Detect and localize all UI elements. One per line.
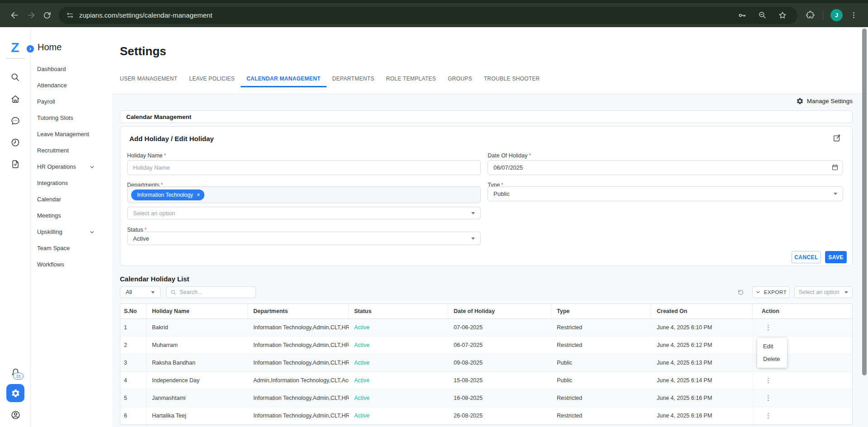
cell-type: Public xyxy=(551,372,651,389)
forward-icon[interactable] xyxy=(23,7,39,24)
edit-form-icon[interactable] xyxy=(833,134,841,142)
chevron-down-icon xyxy=(89,164,95,170)
cell-name: Hartalika Teej xyxy=(147,407,248,424)
address-bar[interactable]: zupians.com/settings/calendar-management xyxy=(59,7,797,24)
sidebar-item-label: Workflows xyxy=(37,261,64,268)
page-header: Settings USER MANAGEMENTLEAVE POLICIESCA… xyxy=(112,27,868,94)
cell-dept: Information Technology,Admin,CLT,HR Dep xyxy=(248,407,349,424)
profile-icon[interactable] xyxy=(10,410,20,420)
context-menu-item-edit[interactable]: Edit xyxy=(757,340,787,353)
sidebar-item-integrations[interactable]: Integrations xyxy=(31,175,112,191)
sidebar-item-attendance[interactable]: Attendance xyxy=(31,77,112,94)
cancel-button[interactable]: CANCEL xyxy=(792,251,821,263)
cell-status: Active xyxy=(349,407,448,424)
cell-type: Restricted xyxy=(551,389,651,407)
refresh-icon[interactable] xyxy=(737,289,745,296)
cell-sno: 5 xyxy=(120,389,147,407)
cell-action: ⋮ xyxy=(753,407,853,424)
row-actions-kebab-icon[interactable]: ⋮ xyxy=(762,412,774,420)
sidebar-item-recruitment[interactable]: Recruitment xyxy=(31,142,112,159)
sidebar-item-team-space[interactable]: Team Space xyxy=(31,240,112,256)
gear-icon xyxy=(796,97,804,105)
sidebar-item-hr-operations[interactable]: HR Operations xyxy=(31,159,112,175)
cell-status: Active xyxy=(349,372,448,389)
column-header-created-on: Created On xyxy=(651,304,753,318)
holiday-name-input[interactable] xyxy=(127,160,481,175)
sidebar-item-calendar[interactable]: Calendar xyxy=(31,191,112,208)
password-key-icon[interactable] xyxy=(735,11,750,20)
zoom-out-icon[interactable] xyxy=(755,11,770,19)
clock-icon[interactable] xyxy=(10,138,20,147)
sidebar-item-tutoring-slots[interactable]: Tutoring Slots xyxy=(31,110,112,126)
departments-adder-select[interactable]: Select an option xyxy=(127,207,481,219)
search-icon[interactable] xyxy=(10,72,20,82)
scrollbar-thumb[interactable] xyxy=(862,28,867,375)
back-icon[interactable] xyxy=(6,7,23,24)
cell-name: Independence Day xyxy=(147,372,248,389)
form-title: Add Holiday / Edit Holiday xyxy=(129,135,214,142)
row-context-menu: EditDelete xyxy=(757,338,787,368)
column-header-holiday-name: Holiday Name xyxy=(147,304,248,318)
tab-user-management[interactable]: USER MANAGEMENT xyxy=(114,71,183,87)
cell-sno: 1 xyxy=(120,319,147,336)
cell-dept: Information Technology,Admin,CLT,HR Dep xyxy=(248,389,349,407)
departments-chips-field[interactable]: Information Technology × xyxy=(127,186,481,203)
sidebar-item-dashboard[interactable]: Dashboard xyxy=(31,61,112,77)
row-actions-kebab-icon[interactable]: ⋮ xyxy=(762,376,774,384)
sidebar-item-payroll[interactable]: Payroll xyxy=(31,94,112,110)
sidebar-item-label: Payroll xyxy=(37,98,55,105)
list-search-input[interactable] xyxy=(180,289,251,295)
chevron-down-icon xyxy=(471,212,475,214)
status-select[interactable]: Active xyxy=(127,232,481,245)
calendar-icon[interactable] xyxy=(831,164,839,171)
tab-departments[interactable]: DEPARTMENTS xyxy=(327,71,380,87)
column-header-s-no: S.No xyxy=(120,304,147,318)
bulk-action-select[interactable]: Select an option xyxy=(794,286,853,298)
tab-trouble-shooter[interactable]: TROUBLE SHOOTER xyxy=(478,71,546,87)
bookmark-star-icon[interactable] xyxy=(775,11,790,20)
home-icon[interactable] xyxy=(10,94,20,104)
tab-groups[interactable]: GROUPS xyxy=(442,71,478,87)
cell-date: 26-08-2025 xyxy=(448,407,551,424)
cell-created: June 4, 2025 6:14 PM xyxy=(651,372,753,389)
tab-calendar-management[interactable]: CALENDAR MANAGEMENT xyxy=(241,71,327,87)
row-actions-kebab-icon[interactable]: ⋮ xyxy=(762,323,774,332)
holiday-list-title: Calendar Holiday List xyxy=(120,275,189,283)
browser-menu-kebab-icon[interactable] xyxy=(845,7,862,24)
context-menu-item-delete[interactable]: Delete xyxy=(757,353,787,365)
date-of-holiday-input[interactable] xyxy=(488,160,843,175)
sidebar-expand-chevron-icon[interactable] xyxy=(26,44,35,53)
list-filter-select[interactable]: All xyxy=(120,286,161,298)
export-label: EXPORT xyxy=(764,289,787,295)
row-actions-kebab-icon[interactable]: ⋮ xyxy=(762,394,774,402)
sidebar-item-label: Integrations xyxy=(37,180,68,186)
sidebar-item-leave-management[interactable]: Leave Management xyxy=(31,126,112,142)
cell-status: Active xyxy=(349,389,448,407)
document-check-icon[interactable] xyxy=(10,159,20,169)
manage-settings-button[interactable]: Manage Settings xyxy=(796,97,853,105)
sidebar-item-meetings[interactable]: Meetings xyxy=(31,208,112,224)
tab-role-templates[interactable]: ROLE TEMPLATES xyxy=(380,71,441,87)
sidebar-title: Home xyxy=(38,42,62,52)
site-info-icon[interactable] xyxy=(66,11,74,19)
list-search-field xyxy=(166,286,256,298)
browser-profile-avatar[interactable]: J xyxy=(830,9,843,21)
reload-icon[interactable] xyxy=(39,7,55,24)
type-select[interactable]: Public xyxy=(488,186,843,201)
url-text: zupians.com/settings/calendar-management xyxy=(79,11,212,19)
sidebar-item-workflows[interactable]: Workflows xyxy=(31,256,112,273)
extensions-icon[interactable] xyxy=(802,7,818,24)
browser-toolbar: zupians.com/settings/calendar-management… xyxy=(0,3,868,27)
sidebar-item-label: HR Operations xyxy=(37,163,76,170)
export-button[interactable]: EXPORT xyxy=(752,286,790,298)
remove-chip-icon[interactable]: × xyxy=(197,192,200,198)
holiday-table: S.NoHoliday NameDepartmentsStatusDate of… xyxy=(120,304,853,425)
tab-leave-policies[interactable]: LEAVE POLICIES xyxy=(183,71,241,87)
cell-sno: 4 xyxy=(120,372,147,389)
sidebar-item-upskilling[interactable]: Upskilling xyxy=(31,224,112,240)
chat-icon[interactable] xyxy=(10,116,20,126)
cell-date: 06-07-2025 xyxy=(448,337,551,354)
sidebar: Home DashboardAttendancePayrollTutoring … xyxy=(31,27,112,427)
settings-gear-button[interactable] xyxy=(6,384,24,402)
save-button[interactable]: SAVE xyxy=(825,251,847,263)
